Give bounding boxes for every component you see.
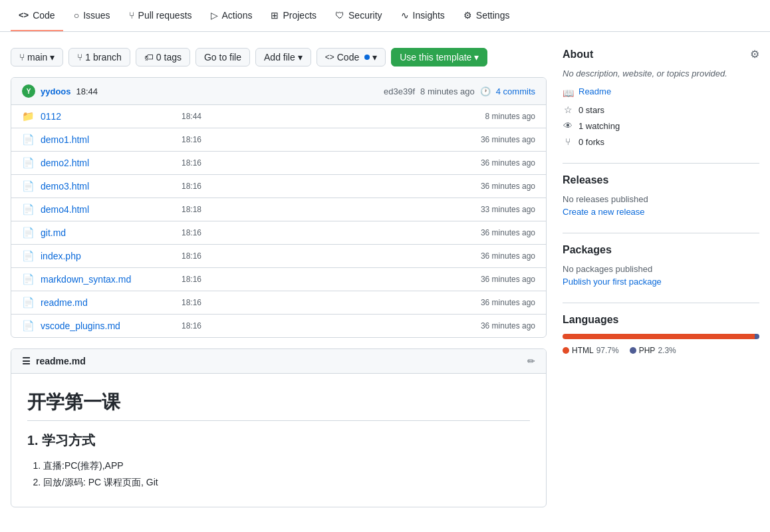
file-name-gitmd[interactable]: git.md xyxy=(41,227,174,238)
edit-icon[interactable]: ✏ xyxy=(527,356,535,366)
actions-bar: ⑂ main ▾ ⑂ 1 branch 🏷 0 tags Go to file … xyxy=(11,48,547,66)
go-to-file-button[interactable]: Go to file xyxy=(195,48,250,66)
stars-count: 0 stars xyxy=(578,105,604,115)
code-chevron-icon: ▾ xyxy=(372,52,377,63)
eye-icon: 👁 xyxy=(563,120,573,131)
about-description: No description, website, or topics provi… xyxy=(563,68,759,78)
readme-link[interactable]: Readme xyxy=(578,86,611,96)
file-name-vscode[interactable]: vscode_plugins.md xyxy=(41,321,174,331)
file-name-demo4[interactable]: demo4.html xyxy=(41,204,174,215)
nav-settings[interactable]: ⚙ Settings xyxy=(455,0,518,31)
commit-username[interactable]: yydoos xyxy=(41,86,71,96)
branch-count-link[interactable]: ⑂ 1 branch xyxy=(68,48,130,66)
readme-h2: 1. 学习方式 xyxy=(27,432,530,450)
file-time-0112: 18:44 xyxy=(182,112,235,121)
top-nav: <> Code ○ Issues ⑂ Pull requests ▷ Actio… xyxy=(0,0,770,32)
html-lang-pct: 97.7% xyxy=(596,346,619,355)
file-icon: 📄 xyxy=(22,227,33,239)
nav-security-label: Security xyxy=(348,10,382,21)
gear-icon[interactable]: ⚙ xyxy=(750,48,759,61)
readme-list: 直播:PC(推荐),APP 回放/源码: PC 课程页面, Git xyxy=(43,458,530,491)
divider xyxy=(563,303,759,303)
no-releases-text: No releases published xyxy=(563,194,759,204)
languages-title: Languages xyxy=(563,314,618,326)
forks-stat: ⑂ 0 forks xyxy=(563,136,759,147)
use-template-button[interactable]: Use this template ▾ xyxy=(391,48,487,66)
nav-code-label: Code xyxy=(33,10,55,21)
nav-issues-label: Issues xyxy=(83,10,110,21)
about-title: About xyxy=(563,49,593,61)
table-row: 📄 git.md 18:16 36 minutes ago xyxy=(11,221,546,245)
file-name-markdown[interactable]: markdown_syntax.md xyxy=(41,274,174,285)
chevron-down-icon: ▾ xyxy=(50,52,55,63)
file-icon: 📄 xyxy=(22,157,33,169)
file-ago-demo1: 36 minutes ago xyxy=(481,135,535,144)
nav-insights-label: Insights xyxy=(413,10,445,21)
file-name-demo2[interactable]: demo2.html xyxy=(41,158,174,168)
code-angle-icon: <> xyxy=(325,53,334,62)
file-ago-gitmd: 36 minutes ago xyxy=(481,228,535,237)
php-lang-pct: 2.3% xyxy=(658,346,676,355)
file-ago-0112: 8 minutes ago xyxy=(485,112,535,121)
nav-pull-requests-label: Pull requests xyxy=(138,10,192,21)
commits-count[interactable]: 4 commits xyxy=(496,86,535,96)
file-name-readmemd[interactable]: readme.md xyxy=(41,297,174,308)
commit-hash[interactable]: ed3e39f xyxy=(384,86,415,96)
readme-header: ☰ readme.md ✏ xyxy=(11,349,546,374)
nav-actions[interactable]: ▷ Actions xyxy=(203,0,261,31)
add-file-label: Add file xyxy=(264,52,295,63)
settings-icon: ⚙ xyxy=(463,10,472,21)
nav-actions-label: Actions xyxy=(222,10,253,21)
table-row: 📄 index.php 18:16 36 minutes ago xyxy=(11,245,546,268)
file-ago-vscode: 36 minutes ago xyxy=(481,321,535,331)
file-icon: 📄 xyxy=(22,320,33,332)
branch-icon: ⑂ xyxy=(19,52,25,63)
file-name-0112[interactable]: 0112 xyxy=(41,111,174,122)
add-file-button[interactable]: Add file ▾ xyxy=(255,48,311,66)
tag-count-link[interactable]: 🏷 0 tags xyxy=(136,48,190,66)
table-row: 📄 demo2.html 18:16 36 minutes ago xyxy=(11,152,546,175)
file-time-demo3: 18:16 xyxy=(182,182,235,191)
actions-icon: ▷ xyxy=(211,10,218,21)
avatar: Y xyxy=(22,84,35,98)
table-row: 📄 markdown_syntax.md 18:16 36 minutes ag… xyxy=(11,268,546,291)
file-icon: 📄 xyxy=(22,203,33,215)
code-dot-badge xyxy=(364,55,370,60)
publish-package-link[interactable]: Publish your first package xyxy=(563,277,759,287)
projects-icon: ⊞ xyxy=(271,10,279,21)
tag-icon: 🏷 xyxy=(144,52,154,63)
file-time-readmemd: 18:16 xyxy=(182,298,235,307)
forks-count: 0 forks xyxy=(578,137,604,147)
nav-pull-requests[interactable]: ⑂ Pull requests xyxy=(121,0,200,31)
html-lang-bar xyxy=(563,334,755,339)
nav-projects-label: Projects xyxy=(283,10,317,21)
commit-bar: Y yydoos 18:44 ed3e39f 8 minutes ago 🕐 4… xyxy=(11,78,546,105)
file-name-demo1[interactable]: demo1.html xyxy=(41,134,174,145)
file-name-indexphp[interactable]: index.php xyxy=(41,251,174,261)
nav-insights[interactable]: ∿ Insights xyxy=(393,0,453,31)
nav-projects[interactable]: ⊞ Projects xyxy=(263,0,324,31)
code-dropdown-button[interactable]: <> Code ▾ xyxy=(317,48,386,66)
branch-selector[interactable]: ⑂ main ▾ xyxy=(11,48,63,66)
sidebar-packages-header: Packages xyxy=(563,244,759,256)
nav-code[interactable]: <> Code xyxy=(11,0,63,31)
nav-issues[interactable]: ○ Issues xyxy=(66,0,118,31)
readme-title: ☰ readme.md xyxy=(22,356,86,366)
fork-icon: ⑂ xyxy=(563,136,573,147)
table-row: 📄 demo4.html 18:18 33 minutes ago xyxy=(11,198,546,221)
file-name-demo3[interactable]: demo3.html xyxy=(41,181,174,192)
watching-count: 1 watching xyxy=(578,121,620,131)
create-release-link[interactable]: Create a new release xyxy=(563,207,759,217)
php-lang-dot xyxy=(630,347,636,354)
nav-security[interactable]: 🛡 Security xyxy=(327,0,390,31)
list-item: 回放/源码: PC 课程页面, Git xyxy=(43,474,530,491)
sidebar-languages-header: Languages xyxy=(563,314,759,326)
branch-count-icon: ⑂ xyxy=(77,52,82,63)
divider xyxy=(563,233,759,233)
nav-settings-label: Settings xyxy=(476,10,510,21)
file-time-demo2: 18:16 xyxy=(182,158,235,168)
html-lang-dot xyxy=(563,347,569,354)
sidebar-languages: Languages HTML 97.7% PHP 2.3% xyxy=(563,314,759,355)
readme-stat: 📖 Readme xyxy=(563,86,759,99)
branch-name: main xyxy=(27,52,47,63)
